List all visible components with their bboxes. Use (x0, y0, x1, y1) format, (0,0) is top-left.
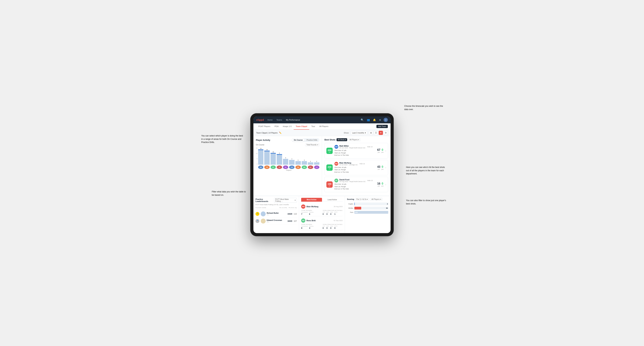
bar-britt: 12 (264, 149, 270, 165)
tablet-screen: clippd Home Teams My Performance 🔍 👥 🔔 ⊕… (254, 116, 390, 233)
tablet-frame: clippd Home Teams My Performance 🔍 👥 🔔 ⊕… (250, 113, 394, 236)
add-team-button[interactable]: Add Team (376, 125, 388, 128)
avatar-crossman: EC (308, 166, 313, 169)
avatar-blair-active: BM (301, 204, 306, 209)
all-shots-filter[interactable]: All Shots ▾ (336, 138, 347, 141)
metric-zero-miller: 0 yds (381, 148, 384, 153)
active-player-rees: RB Rees Britt 02 Sep 2023 Total Rounds (301, 217, 342, 230)
shot-metrics-ford: 16 yds 0 yds (377, 182, 384, 187)
team-name: Team Clippd | 14 Players (256, 132, 278, 134)
chart-content: 13 12 (258, 147, 320, 171)
practice-header: Practice Leaderboards PUTT Must Make Put… (256, 198, 297, 203)
tab-team-clippd[interactable]: Team Clippd (294, 123, 309, 130)
chevron-right-ford: › (385, 183, 386, 186)
shot-player-info-3: DF David Ford 24 Aug 2023 · Royal North … (334, 178, 376, 190)
birdies-label: Birdies (347, 207, 353, 209)
avatar-ford: DF (270, 166, 276, 169)
avatar-butler-lb (261, 211, 266, 216)
bar-billingham: 4 (289, 158, 294, 165)
notifications-button[interactable]: 🔔 (372, 118, 376, 122)
tab-least-active[interactable]: Least Active (322, 198, 343, 202)
best-shots-title: Best Shots (324, 139, 336, 141)
avatar-butler: RB (296, 166, 301, 169)
sub-navigation: PGAT Players PGA Hcaps 1-5 Team Clippd T… (254, 123, 390, 130)
tab-hcaps[interactable]: Hcaps 1-5 (281, 123, 294, 130)
list-view-button[interactable]: ☰ (374, 131, 378, 135)
lb-score-butler: 19/20 (287, 213, 292, 215)
practice-drills-toggle[interactable]: Practice Drills (305, 139, 319, 142)
avatar-crossman-lb (261, 219, 266, 223)
tab-pgat-players[interactable]: PGAT Players (256, 123, 272, 130)
active-player-info-blair: BM Blair McHarg (301, 204, 318, 209)
tab-all-players[interactable]: All Players (317, 123, 330, 130)
panel-title: Player Activity (256, 139, 270, 141)
annotation-player-select: You can select which player is doing the… (201, 134, 243, 144)
timescale-dropdown[interactable]: Last 3 months ▾ (350, 131, 368, 135)
metric-yds-miller: 67 yds (377, 148, 380, 153)
practice-filter[interactable]: PUTT Must Make Putting ... ▾ (274, 198, 297, 203)
shot-card-blair-mcharg[interactable]: 200 SG BM Blair McHarg 23 Jul 2023 · Ash… (324, 160, 388, 175)
annotation-filter-player: You can also filter to show just one pla… (406, 199, 448, 205)
nav-link-performance[interactable]: My Performance (285, 119, 301, 121)
active-player-header-blair: BM Blair McHarg 26 Aug 2023 (301, 204, 342, 209)
annotation-best-shots: Here you can see who's hit the best shot… (406, 166, 448, 175)
on-course-toggle[interactable]: On Course (292, 139, 304, 142)
player-name-blair-active: Blair McHarg (306, 205, 318, 208)
tab-pga[interactable]: PGA (272, 123, 281, 130)
tab-tour[interactable]: Tour (309, 123, 317, 130)
lb-avg-butler: 110 (294, 213, 297, 215)
scoring-filter1[interactable]: Par 3, 4 & 5s ▾ (355, 198, 369, 201)
pars-value: 499 (355, 211, 358, 213)
leaderboard-row-butler[interactable]: 🥇 Richard Butler ① 1 19/20 110 (256, 210, 297, 218)
y-label-0: 0 (256, 163, 257, 165)
player-name-mcharg: Blair McHarg (339, 162, 358, 164)
shot-date-mcharg: 23 Jul 2023 · Ashridge GC (339, 164, 358, 166)
settings-view-button[interactable]: ⚙ (384, 131, 388, 135)
birdies-row: Birdies 96 (347, 207, 388, 209)
scoring-title: Scoring (347, 198, 354, 200)
panel-header: Player Activity On Course Practice Drill… (256, 138, 320, 142)
toggle-pills: On Course Practice Drills (292, 138, 320, 142)
chevron-right-miller: › (385, 149, 386, 152)
metric-yds-ford: 16 yds (377, 182, 380, 187)
shot-details-mcharg: Shot Dist: 43 yds Start Lie: Rough End L… (334, 166, 376, 173)
bar-ford: 10 (270, 151, 276, 165)
shot-card-david-ford[interactable]: 198 SG DF David Ford 24 Aug 2023 · Royal… (324, 177, 388, 192)
search-button[interactable]: 🔍 (360, 118, 364, 122)
leaderboard-row-crossman[interactable]: 🥈 Edward Crossman ② 2 18/20 107 (256, 218, 297, 225)
lb-avg-crossman: 107 (294, 220, 297, 222)
chart-filter-dropdown[interactable]: Total Rounds ▾ (305, 143, 320, 146)
shot-details-miller: Shot Dist: 67 yds Start Lie: Rough End L… (334, 149, 376, 157)
scoring-panel: Scoring Par 3, 4 & 5s ▾ All Players ▾ (345, 196, 390, 233)
shot-badge-2: 200 SG (326, 165, 333, 171)
scoring-filter2[interactable]: All Players ▾ (370, 198, 382, 201)
grid-view-button[interactable]: ⊞ (369, 131, 373, 135)
user-avatar[interactable]: U (384, 118, 388, 122)
shot-card-matt-miller[interactable]: 200 SG MM Matt Miller 09 Jun 2023 · Roya… (324, 143, 388, 159)
bar-crossman: 2 (308, 161, 313, 165)
shot-player-info-2: BM Blair McHarg 23 Jul 2023 · Ashridge G… (334, 162, 376, 173)
hole-label-miller: Hole 15 (367, 146, 372, 148)
y-label-15: 15 (256, 147, 258, 149)
shot-details-ford: Shot Dist: 16 yds Start Lie: Rough End L… (334, 183, 376, 190)
plus-circle-button[interactable]: ⊕ (378, 118, 382, 122)
avatar-robertson: LR (314, 166, 320, 169)
tab-most-active[interactable]: Most Active (301, 198, 322, 202)
birdies-value: 96 (386, 207, 388, 209)
practice-subtitle: PUTT Must Make Putting (3-6 ft), Last 3 … (256, 204, 297, 205)
users-button[interactable]: 👥 (366, 118, 370, 122)
bar-robertson: 2 (314, 161, 320, 165)
birdies-fill (354, 207, 361, 209)
shot-metrics-mcharg: 43 yds 0 yds (377, 165, 384, 170)
bar-miller: 3 (302, 160, 307, 165)
lb-player-info-butler: Richard Butler ① 1 (267, 212, 279, 216)
avatar-coles: JC (277, 166, 282, 169)
nav-link-home[interactable]: Home (267, 119, 273, 121)
heart-view-button[interactable]: ♥ (379, 131, 383, 135)
horizontal-bars: Eagles 3 Birdies (347, 202, 388, 214)
all-players-filter[interactable]: All Players ▾ (348, 138, 360, 141)
nav-link-teams[interactable]: Teams (276, 119, 283, 121)
edit-icon[interactable]: ✏️ (279, 132, 282, 134)
team-header: Team Clippd | 14 Players ✏️ Show: Last 3… (254, 130, 390, 136)
rank-badge-2: 🥈 (256, 219, 259, 223)
